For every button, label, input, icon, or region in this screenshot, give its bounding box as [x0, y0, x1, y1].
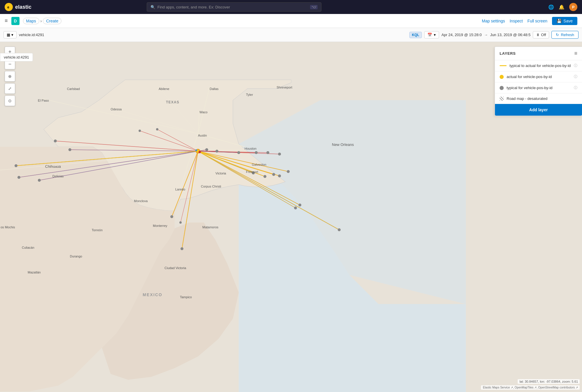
globe-icon[interactable]: 🌐 [548, 4, 554, 10]
svg-point-67 [205, 148, 208, 151]
refresh-label: Refresh [561, 33, 574, 37]
map-attribution: Elastic Maps Service ↗, OpenMapTiles ↗, … [481, 385, 580, 390]
layer-label-4: Road map - desaturated [507, 96, 547, 101]
dropdown-icon: ▾ [434, 33, 436, 37]
svg-point-79 [294, 206, 297, 209]
refresh-icon: ↻ [556, 33, 559, 37]
filter-type-icon: ▦ [7, 33, 10, 37]
filter-type-button[interactable]: ▦ ▾ [3, 31, 17, 38]
layer-color-indicator-2 [500, 75, 504, 79]
svg-text:e: e [7, 5, 9, 9]
user-avatar[interactable]: P [569, 3, 577, 11]
attribution-text: Elastic Maps Service ↗, OpenMapTiles ↗, … [483, 386, 578, 389]
fit-icon: ⊕ [8, 74, 12, 79]
svg-point-58 [15, 164, 17, 167]
save-icon: 💾 [557, 19, 562, 23]
elastic-logo[interactable]: e elastic [5, 3, 31, 11]
calendar-icon: 📅 [427, 33, 432, 37]
svg-point-62 [68, 148, 71, 151]
map-settings-link[interactable]: Map settings [482, 19, 505, 23]
secondary-navigation: ≡ D Maps › Create Map settings Inspect F… [0, 14, 582, 28]
elastic-logo-text: elastic [15, 4, 31, 10]
refresh-button[interactable]: ↻ Refresh [551, 31, 579, 39]
search-shortcut: ⌥/ [310, 5, 318, 9]
layer-item-4[interactable]: Road map - desaturated [495, 93, 582, 104]
layer-color-indicator-4 [500, 97, 504, 101]
kql-badge[interactable]: KQL [409, 32, 422, 38]
layer-item-2[interactable]: actual for vehicle-pos-by-id ⓘ [495, 71, 582, 82]
svg-point-74 [263, 175, 266, 178]
layer-label-2: actual for vehicle-pos-by-id [507, 75, 552, 79]
svg-point-75 [272, 173, 275, 176]
add-layer-button[interactable]: Add layer [495, 104, 582, 116]
svg-point-59 [17, 176, 20, 179]
layers-panel: LAYERS ≡ typical to actual for vehicle-p… [495, 47, 582, 116]
fit-bounds-button[interactable]: ⊕ [5, 71, 15, 82]
main-map-area: Carlsbad Odessa TEXAS Dallas Tyler Shrev… [0, 42, 582, 392]
layers-title: LAYERS [500, 51, 516, 56]
time-start: Apr 24, 2019 @ 15:28:0 [441, 33, 482, 37]
globe-button[interactable]: ⊙ [5, 96, 15, 106]
layer-item-3[interactable]: typical for vehicle-pos-by-id ⓘ [495, 82, 582, 93]
svg-point-66 [181, 247, 183, 250]
filter-dropdown-icon: ▾ [11, 33, 13, 37]
save-button[interactable]: 💾 Save [552, 17, 577, 25]
nav-icons-right: 🌐 🔔 P [548, 3, 577, 11]
svg-point-76 [278, 174, 281, 177]
fullscreen-link[interactable]: Full screen [528, 19, 547, 23]
svg-point-60 [38, 179, 41, 182]
draw-button[interactable]: ⤢ [5, 83, 15, 94]
pause-icon: ⏸ [536, 33, 540, 37]
svg-point-78 [298, 204, 301, 206]
autorefresh-label: Off [541, 33, 546, 37]
layer-color-indicator-3 [500, 86, 504, 90]
time-picker[interactable]: 📅 ▾ [424, 31, 439, 38]
layers-header: LAYERS ≡ [495, 47, 582, 60]
global-search[interactable]: 🔍 Find apps, content, and more. Ex: Disc… [147, 2, 321, 12]
layer-item-1[interactable]: typical to actual for vehicle-pos-by-id … [495, 60, 582, 71]
time-arrow: → [484, 33, 488, 37]
svg-point-65 [170, 215, 173, 218]
svg-point-85 [195, 149, 197, 151]
layer-info-icon-2: ⓘ [574, 74, 577, 79]
layer-label-3: typical for vehicle-pos-by-id [507, 86, 553, 90]
layers-menu-button[interactable]: ≡ [574, 50, 577, 56]
layer-label-1: typical to actual for vehicle-pos-by-id [510, 63, 571, 68]
inspect-link[interactable]: Inspect [510, 19, 523, 23]
nav-right-actions: Map settings Inspect Full screen 💾 Save [482, 17, 577, 25]
svg-point-69 [237, 151, 240, 154]
top-navigation: e elastic 🔍 Find apps, content, and more… [0, 0, 582, 14]
svg-point-70 [255, 151, 258, 154]
breadcrumb-create[interactable]: Create [43, 18, 61, 24]
elastic-logo-icon: e [5, 3, 13, 11]
map-coordinates: lat: 30.84657, lon: -97.03864, zoom: 5.6… [518, 379, 580, 384]
breadcrumb-maps[interactable]: Maps [23, 18, 39, 24]
search-placeholder: Find apps, content, and more. Ex: Discov… [158, 5, 230, 9]
svg-point-80 [179, 221, 182, 224]
svg-point-84 [199, 151, 201, 153]
autorefresh-button[interactable]: ⏸ Off [533, 31, 549, 38]
svg-point-64 [156, 128, 158, 130]
svg-point-71 [266, 151, 269, 154]
svg-point-61 [54, 140, 57, 142]
svg-point-81 [338, 228, 341, 231]
layer-color-indicator-1 [500, 65, 507, 66]
search-icon: 🔍 [151, 5, 155, 9]
svg-point-63 [139, 130, 141, 132]
filter-tooltip: vehicle.id:4291 [0, 53, 33, 61]
menu-icon[interactable]: ≡ [5, 18, 8, 24]
app-badge: D [11, 17, 20, 25]
minus-icon: − [8, 61, 12, 67]
filter-query[interactable]: vehicle.id:4291 [19, 33, 407, 37]
filter-tooltip-text: vehicle.id:4291 [4, 55, 29, 59]
globe-icon: ⊙ [8, 98, 12, 103]
draw-icon: ⤢ [8, 86, 12, 91]
layer-info-icon-3: ⓘ [574, 85, 577, 90]
time-end: Jun 13, 2019 @ 06:48:5 [490, 33, 530, 37]
svg-point-73 [252, 172, 255, 174]
filter-bar: ▦ ▾ vehicle.id:4291 KQL 📅 ▾ Apr 24, 2019… [0, 28, 582, 42]
notifications-icon[interactable]: 🔔 [559, 4, 565, 10]
breadcrumb-separator: › [40, 19, 42, 23]
breadcrumb: Maps › Create [23, 18, 62, 24]
save-label: Save [563, 19, 573, 23]
